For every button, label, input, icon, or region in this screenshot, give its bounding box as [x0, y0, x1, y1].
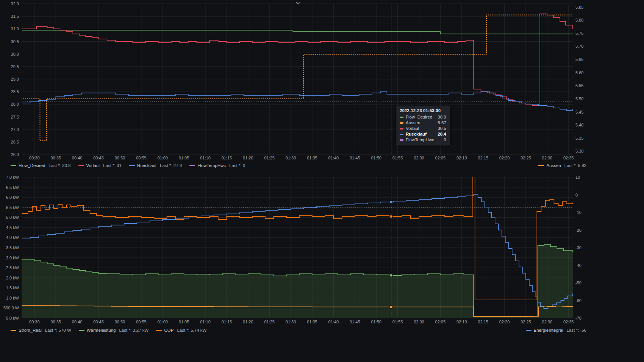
tooltip-swatch-icon — [400, 134, 403, 135]
legend-swatch-icon — [156, 330, 162, 331]
legend-last-value: Last *: 31 — [103, 163, 122, 168]
y-axis-tick-label: 1.5 kW — [6, 286, 19, 290]
x-axis-tick-label: 01:50 — [371, 156, 381, 160]
legend-series-name[interactable]: Aussen — [546, 163, 561, 168]
y-axis-tick-label: 32.0 — [11, 2, 19, 6]
y-axis-tick-label: 0.0 kW — [6, 316, 19, 320]
tooltip-series-name: Vorlauf — [406, 126, 419, 131]
x-axis-tick-label: 01:00 — [157, 320, 168, 324]
x-axis-tick-label: 01:20 — [243, 156, 253, 160]
x-axis-tick-label: 02:20 — [499, 320, 510, 324]
right-y-axis-tick-label: 5.50 — [575, 97, 583, 101]
legend-item-FlowTempHwc[interactable]: FlowTempHwcLast *: 0 — [189, 163, 245, 168]
tooltip-row-Aussen: Aussen5.67 — [400, 120, 446, 126]
tooltip-series-value: 0 — [444, 137, 446, 143]
y-axis-tick-label: 3.5 kW — [6, 245, 19, 250]
tooltip-series-name: FlowTempHwc — [406, 137, 434, 143]
series-line-Flow_Desired — [22, 30, 573, 34]
right-y-axis-tick-label: -20 — [575, 228, 581, 232]
tooltip-series-value: 5.67 — [438, 120, 446, 126]
legend-swatch-icon — [129, 165, 135, 166]
power-chart-legend: Strom_RealLast *: 570 WWärmeleistungLast… — [0, 327, 644, 333]
chevron-down-icon[interactable] — [295, 0, 301, 6]
legend-last-value: Last *: 570 W — [45, 328, 71, 332]
x-axis-tick-label: 01:10 — [200, 156, 211, 160]
legend-item-Wärmeleistung[interactable]: WärmeleistungLast *: 3.27 kW — [79, 328, 149, 332]
legend-left-group: Flow_DesiredLast *: 30.8VorlaufLast *: 3… — [11, 163, 253, 168]
y-axis-tick-label: 28.5 — [11, 89, 19, 94]
tooltip-swatch-icon — [400, 139, 403, 141]
legend-series-name[interactable]: Flow_Desired — [19, 163, 45, 168]
right-y-axis-tick-label: -50 — [575, 281, 581, 285]
x-axis-tick-label: 02:35 — [563, 320, 574, 324]
x-axis-tick-label: 00:55 — [136, 156, 147, 160]
legend-left-group: Strom_RealLast *: 570 WWärmeleistungLast… — [11, 328, 214, 332]
legend-series-name[interactable]: Wärmeleistung — [87, 328, 116, 332]
x-axis-tick-label: 01:50 — [371, 320, 381, 324]
legend-swatch-icon — [11, 330, 16, 331]
x-axis-tick-label: 02:00 — [414, 320, 424, 324]
legend-swatch-icon — [538, 165, 544, 166]
x-axis-tick-label: 01:35 — [307, 156, 317, 160]
legend-series-name[interactable]: COP — [164, 328, 174, 332]
tooltip-series-value: 30.5 — [438, 126, 446, 131]
right-y-axis-tick-label: -10 — [575, 210, 581, 215]
x-axis-tick-label: 02:30 — [542, 320, 553, 324]
x-axis-tick-label: 01:30 — [286, 320, 296, 324]
x-axis-tick-label: 01:20 — [243, 320, 253, 324]
legend-last-value: Last *: 3.27 kW — [119, 328, 148, 332]
x-axis-tick-label: 01:45 — [350, 320, 360, 324]
legend-right-group: EnergieIntegralLast *: -56 — [526, 328, 586, 332]
x-axis-tick-label: 02:05 — [435, 156, 446, 160]
x-axis-tick-label: 02:10 — [456, 156, 467, 160]
right-y-axis-tick-label: 0 — [575, 193, 578, 197]
tooltip-series-name: Ruecklauf — [406, 131, 427, 137]
tooltip-row-FlowTempHwc: FlowTempHwc0 — [400, 137, 446, 143]
crosshair-marker — [390, 215, 393, 218]
power-chart[interactable]: 0.0 kW500.0 W1.0 kW1.5 kW2.0 kW2.5 kW3.0… — [0, 175, 644, 326]
y-axis-tick-label: 26.0 — [11, 152, 19, 157]
tooltip-rows: Flow_Desired30.9Aussen5.67Vorlauf30.5Rue… — [400, 114, 446, 143]
shared-tooltip: 2022-12-23 01:53:30 Flow_Desired30.9Auss… — [396, 106, 450, 145]
legend-item-Vorlauf[interactable]: VorlaufLast *: 31 — [78, 163, 122, 168]
x-axis-tick-label: 00:30 — [29, 320, 40, 324]
x-axis-tick-label: 02:10 — [456, 320, 467, 324]
y-axis-tick-label: 26.5 — [11, 140, 19, 144]
y-axis-tick-label: 28.0 — [11, 102, 19, 106]
temperature-chart-legend: Flow_DesiredLast *: 30.8VorlaufLast *: 3… — [0, 162, 644, 169]
right-y-axis-tick-label: -60 — [575, 298, 581, 303]
legend-item-Aussen[interactable]: AussenLast *: 5.82 — [538, 163, 586, 168]
x-axis-tick-label: 01:15 — [222, 156, 232, 160]
legend-item-Flow_Desired[interactable]: Flow_DesiredLast *: 30.8 — [11, 163, 71, 168]
right-y-axis-tick-label: 5.85 — [575, 5, 583, 9]
legend-item-Ruecklauf[interactable]: RuecklaufLast *: 27.8 — [129, 163, 182, 168]
x-axis-tick-label: 01:05 — [179, 320, 189, 324]
y-axis-tick-label: 31.0 — [11, 27, 19, 31]
legend-item-COP[interactable]: COPLast *: 5.74 kW — [156, 328, 206, 332]
y-axis-tick-label: 6.0 kW — [6, 195, 19, 200]
legend-series-name[interactable]: Ruecklauf — [137, 163, 156, 168]
temperature-chart[interactable]: 26.026.527.027.528.028.529.029.530.030.5… — [0, 0, 644, 164]
x-axis-tick-label: 02:00 — [414, 156, 424, 160]
x-axis-tick-label: 02:20 — [499, 156, 510, 160]
x-axis-tick-label: 01:00 — [157, 156, 168, 160]
legend-series-name[interactable]: Strom_Real — [19, 328, 42, 332]
x-axis-tick-label: 02:15 — [478, 320, 488, 324]
y-axis-tick-label: 30.5 — [11, 39, 19, 44]
x-axis-tick-label: 00:55 — [136, 320, 147, 324]
legend-swatch-icon — [526, 330, 531, 331]
legend-item-EnergieIntegral[interactable]: EnergieIntegralLast *: -56 — [526, 328, 586, 332]
legend-item-Strom_Real[interactable]: Strom_RealLast *: 570 W — [11, 328, 71, 332]
x-axis-tick-label: 02:15 — [478, 156, 488, 160]
y-axis-tick-label: 27.0 — [11, 127, 19, 132]
tooltip-row-Ruecklauf: Ruecklauf28.4 — [400, 131, 446, 137]
y-axis-tick-label: 4.5 kW — [6, 225, 19, 230]
legend-last-value: Last *: -56 — [567, 328, 586, 332]
x-axis-tick-label: 01:30 — [286, 156, 296, 160]
legend-series-name[interactable]: Vorlauf — [86, 163, 100, 168]
legend-series-name[interactable]: EnergieIntegral — [534, 328, 563, 332]
crosshair-marker — [390, 274, 393, 277]
tooltip-timestamp: 2022-12-23 01:53:30 — [400, 108, 446, 113]
legend-series-name[interactable]: FlowTempHwc — [197, 163, 226, 168]
x-axis-tick-label: 02:25 — [521, 320, 531, 324]
